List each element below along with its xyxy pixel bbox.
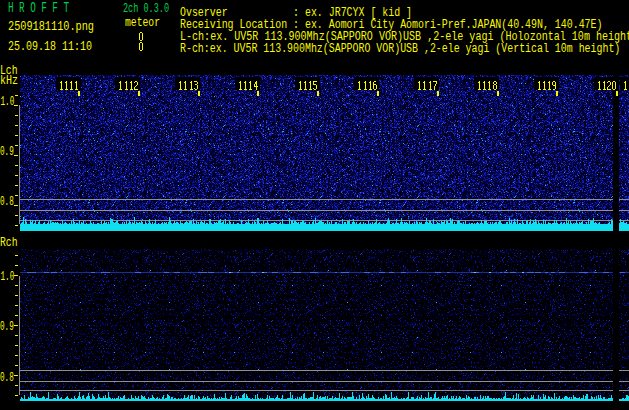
svg-text:1.0: 1.0 bbox=[1, 269, 15, 284]
svg-text:25.09.18 11:10: 25.09.18 11:10 bbox=[8, 39, 92, 54]
svg-text:0.9: 0.9 bbox=[0, 319, 14, 334]
svg-text:Rch: Rch bbox=[0, 236, 18, 250]
svg-text:0.8: 0.8 bbox=[0, 194, 14, 209]
svg-text:0.8: 0.8 bbox=[0, 370, 14, 385]
svg-text:kHz: kHz bbox=[0, 74, 18, 88]
svg-text:meteor: meteor bbox=[125, 15, 160, 30]
svg-text:0.9: 0.9 bbox=[0, 144, 14, 159]
svg-text:2509181110.png: 2509181110.png bbox=[8, 19, 94, 34]
svg-text:1.0: 1.0 bbox=[1, 94, 15, 109]
svg-text:R-ch:ex. UV5R 113.900Mhz(SAPPO: R-ch:ex. UV5R 113.900Mhz(SAPPORO VOR)USB… bbox=[180, 42, 620, 56]
svg-text:H R O F F T: H R O F F T bbox=[8, 0, 69, 16]
